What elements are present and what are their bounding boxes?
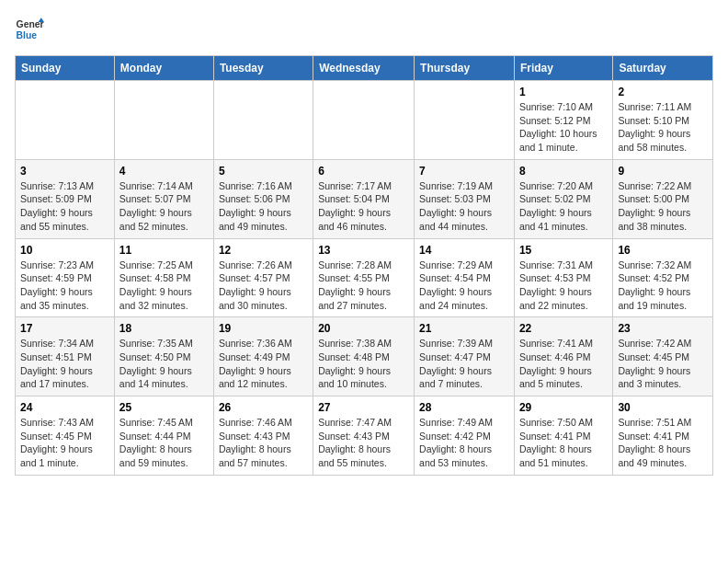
calendar-cell: 26Sunrise: 7:46 AM Sunset: 4:43 PM Dayli…: [213, 396, 313, 476]
calendar-cell: [114, 81, 213, 160]
calendar-cell: 20Sunrise: 7:38 AM Sunset: 4:48 PM Dayli…: [313, 317, 415, 396]
calendar-cell: 8Sunrise: 7:20 AM Sunset: 5:02 PM Daylig…: [514, 159, 612, 238]
day-number: 4: [119, 165, 209, 178]
day-info: Sunrise: 7:22 AM Sunset: 5:00 PM Dayligh…: [618, 179, 708, 234]
day-number: 23: [618, 322, 708, 335]
day-info: Sunrise: 7:49 AM Sunset: 4:42 PM Dayligh…: [419, 416, 509, 470]
day-info: Sunrise: 7:51 AM Sunset: 4:41 PM Dayligh…: [618, 416, 708, 470]
calendar-cell: 25Sunrise: 7:45 AM Sunset: 4:44 PM Dayli…: [114, 396, 213, 476]
day-number: 22: [519, 322, 608, 335]
day-number: 27: [318, 401, 409, 414]
day-info: Sunrise: 7:38 AM Sunset: 4:48 PM Dayligh…: [318, 337, 409, 391]
calendar-cell: 1Sunrise: 7:10 AM Sunset: 5:12 PM Daylig…: [514, 81, 612, 160]
calendar-cell: 18Sunrise: 7:35 AM Sunset: 4:50 PM Dayli…: [114, 317, 213, 396]
calendar-cell: [313, 81, 415, 160]
day-info: Sunrise: 7:36 AM Sunset: 4:49 PM Dayligh…: [219, 337, 308, 391]
calendar-cell: 5Sunrise: 7:16 AM Sunset: 5:06 PM Daylig…: [213, 159, 313, 238]
day-number: 12: [219, 244, 308, 257]
calendar-week-row: 24Sunrise: 7:43 AM Sunset: 4:45 PM Dayli…: [16, 396, 713, 476]
calendar-cell: 10Sunrise: 7:23 AM Sunset: 4:59 PM Dayli…: [16, 238, 115, 317]
calendar-cell: 11Sunrise: 7:25 AM Sunset: 4:58 PM Dayli…: [114, 238, 213, 317]
day-info: Sunrise: 7:13 AM Sunset: 5:09 PM Dayligh…: [20, 179, 109, 234]
calendar-week-row: 10Sunrise: 7:23 AM Sunset: 4:59 PM Dayli…: [16, 238, 713, 317]
calendar-week-row: 3Sunrise: 7:13 AM Sunset: 5:09 PM Daylig…: [16, 159, 713, 238]
day-info: Sunrise: 7:17 AM Sunset: 5:04 PM Dayligh…: [318, 179, 409, 234]
header: General Blue: [15, 15, 713, 44]
day-number: 26: [219, 401, 308, 414]
weekday-header-cell: Sunday: [16, 56, 115, 81]
calendar-cell: 16Sunrise: 7:32 AM Sunset: 4:52 PM Dayli…: [613, 238, 713, 317]
calendar-cell: 17Sunrise: 7:34 AM Sunset: 4:51 PM Dayli…: [16, 317, 115, 396]
logo-icon: General Blue: [15, 15, 44, 44]
day-number: 15: [519, 244, 608, 257]
calendar-cell: 21Sunrise: 7:39 AM Sunset: 4:47 PM Dayli…: [415, 317, 515, 396]
day-info: Sunrise: 7:50 AM Sunset: 4:41 PM Dayligh…: [519, 416, 608, 470]
day-info: Sunrise: 7:19 AM Sunset: 5:03 PM Dayligh…: [419, 179, 509, 234]
day-info: Sunrise: 7:16 AM Sunset: 5:06 PM Dayligh…: [219, 179, 308, 234]
day-number: 25: [119, 401, 209, 414]
day-info: Sunrise: 7:31 AM Sunset: 4:53 PM Dayligh…: [519, 259, 608, 313]
calendar-cell: 23Sunrise: 7:42 AM Sunset: 4:45 PM Dayli…: [613, 317, 713, 396]
day-number: 17: [20, 322, 109, 335]
calendar: SundayMondayTuesdayWednesdayThursdayFrid…: [15, 55, 713, 476]
calendar-cell: 29Sunrise: 7:50 AM Sunset: 4:41 PM Dayli…: [514, 396, 612, 476]
calendar-cell: 28Sunrise: 7:49 AM Sunset: 4:42 PM Dayli…: [415, 396, 515, 476]
day-info: Sunrise: 7:14 AM Sunset: 5:07 PM Dayligh…: [119, 179, 209, 234]
day-info: Sunrise: 7:20 AM Sunset: 5:02 PM Dayligh…: [519, 179, 608, 234]
day-info: Sunrise: 7:28 AM Sunset: 4:55 PM Dayligh…: [318, 259, 409, 313]
calendar-cell: 15Sunrise: 7:31 AM Sunset: 4:53 PM Dayli…: [514, 238, 612, 317]
svg-text:Blue: Blue: [17, 30, 38, 40]
weekday-header-row: SundayMondayTuesdayWednesdayThursdayFrid…: [16, 56, 713, 81]
calendar-week-row: 17Sunrise: 7:34 AM Sunset: 4:51 PM Dayli…: [16, 317, 713, 396]
day-info: Sunrise: 7:35 AM Sunset: 4:50 PM Dayligh…: [119, 337, 209, 391]
calendar-cell: 3Sunrise: 7:13 AM Sunset: 5:09 PM Daylig…: [16, 159, 115, 238]
day-info: Sunrise: 7:10 AM Sunset: 5:12 PM Dayligh…: [519, 100, 608, 155]
day-info: Sunrise: 7:39 AM Sunset: 4:47 PM Dayligh…: [419, 337, 509, 391]
day-info: Sunrise: 7:32 AM Sunset: 4:52 PM Dayligh…: [618, 259, 708, 313]
calendar-cell: 27Sunrise: 7:47 AM Sunset: 4:43 PM Dayli…: [313, 396, 415, 476]
day-info: Sunrise: 7:45 AM Sunset: 4:44 PM Dayligh…: [119, 416, 209, 470]
day-number: 3: [20, 165, 109, 178]
day-number: 20: [318, 322, 409, 335]
day-info: Sunrise: 7:47 AM Sunset: 4:43 PM Dayligh…: [318, 416, 409, 470]
calendar-cell: 13Sunrise: 7:28 AM Sunset: 4:55 PM Dayli…: [313, 238, 415, 317]
calendar-cell: 9Sunrise: 7:22 AM Sunset: 5:00 PM Daylig…: [613, 159, 713, 238]
calendar-cell: 4Sunrise: 7:14 AM Sunset: 5:07 PM Daylig…: [114, 159, 213, 238]
calendar-cell: [415, 81, 515, 160]
day-info: Sunrise: 7:29 AM Sunset: 4:54 PM Dayligh…: [419, 259, 509, 313]
day-number: 14: [419, 244, 509, 257]
day-number: 18: [119, 322, 209, 335]
day-number: 7: [419, 165, 509, 178]
day-number: 8: [519, 165, 608, 178]
day-info: Sunrise: 7:11 AM Sunset: 5:10 PM Dayligh…: [618, 100, 708, 155]
weekday-header-cell: Saturday: [613, 56, 713, 81]
day-number: 24: [20, 401, 109, 414]
calendar-cell: 7Sunrise: 7:19 AM Sunset: 5:03 PM Daylig…: [415, 159, 515, 238]
day-info: Sunrise: 7:43 AM Sunset: 4:45 PM Dayligh…: [20, 416, 109, 470]
day-info: Sunrise: 7:23 AM Sunset: 4:59 PM Dayligh…: [20, 259, 109, 313]
day-number: 6: [318, 165, 409, 178]
calendar-cell: [213, 81, 313, 160]
weekday-header-cell: Tuesday: [213, 56, 313, 81]
day-number: 16: [618, 244, 708, 257]
day-number: 10: [20, 244, 109, 257]
day-info: Sunrise: 7:34 AM Sunset: 4:51 PM Dayligh…: [20, 337, 109, 391]
calendar-cell: 6Sunrise: 7:17 AM Sunset: 5:04 PM Daylig…: [313, 159, 415, 238]
day-info: Sunrise: 7:46 AM Sunset: 4:43 PM Dayligh…: [219, 416, 308, 470]
day-number: 2: [618, 86, 708, 98]
day-info: Sunrise: 7:41 AM Sunset: 4:46 PM Dayligh…: [519, 337, 608, 391]
weekday-header-cell: Friday: [514, 56, 612, 81]
day-number: 5: [219, 165, 308, 178]
day-number: 19: [219, 322, 308, 335]
calendar-cell: 30Sunrise: 7:51 AM Sunset: 4:41 PM Dayli…: [613, 396, 713, 476]
day-number: 1: [519, 86, 608, 98]
calendar-cell: 2Sunrise: 7:11 AM Sunset: 5:10 PM Daylig…: [613, 81, 713, 160]
calendar-cell: 24Sunrise: 7:43 AM Sunset: 4:45 PM Dayli…: [16, 396, 115, 476]
logo: General Blue: [15, 15, 44, 44]
calendar-cell: 14Sunrise: 7:29 AM Sunset: 4:54 PM Dayli…: [415, 238, 515, 317]
calendar-body: 1Sunrise: 7:10 AM Sunset: 5:12 PM Daylig…: [16, 81, 713, 476]
day-number: 28: [419, 401, 509, 414]
weekday-header-cell: Wednesday: [313, 56, 415, 81]
day-number: 11: [119, 244, 209, 257]
day-number: 13: [318, 244, 409, 257]
